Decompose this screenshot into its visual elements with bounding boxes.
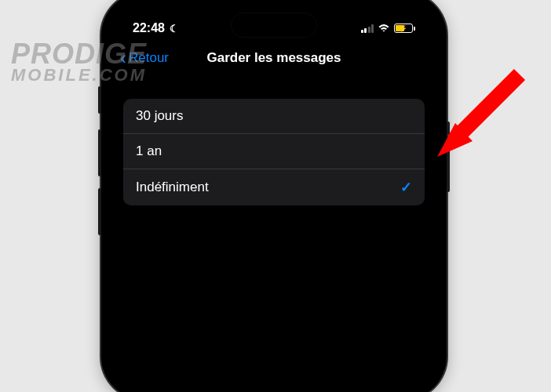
wifi-icon [378,24,390,33]
charging-icon: ⚡ [400,25,407,32]
back-label: Retour [129,50,169,66]
option-label: 30 jours [136,108,183,124]
svg-line-1 [453,74,520,141]
phone-frame: 22:48 ☾ ⚡ [101,0,447,392]
chevron-left-icon: ‹ [120,49,126,67]
page-title: Garder les messages [206,50,341,66]
navigation-bar: ‹ Retour Garder les messages [111,41,437,75]
option-forever[interactable]: Indéfiniment ✓ [123,169,425,205]
back-button[interactable]: ‹ Retour [120,49,169,67]
battery-icon: ⚡ [394,24,415,33]
phone-volume-up [98,129,101,176]
phone-power-button [447,122,450,192]
dynamic-island [231,13,317,38]
option-1-year[interactable]: 1 an [123,134,425,169]
checkmark-icon: ✓ [400,179,412,196]
status-time: 22:48 [133,21,165,35]
content-area: 30 jours 1 an Indéfiniment ✓ [111,75,437,205]
phone-screen: 22:48 ☾ ⚡ [111,2,437,390]
option-label: Indéfiniment [136,180,209,195]
phone-side-button [98,86,101,114]
options-list: 30 jours 1 an Indéfiniment ✓ [123,99,425,205]
phone-volume-down [98,188,101,235]
cellular-signal-icon [361,24,374,33]
option-label: 1 an [136,143,162,159]
option-30-days[interactable]: 30 jours [123,99,425,134]
do-not-disturb-icon: ☾ [170,23,179,34]
